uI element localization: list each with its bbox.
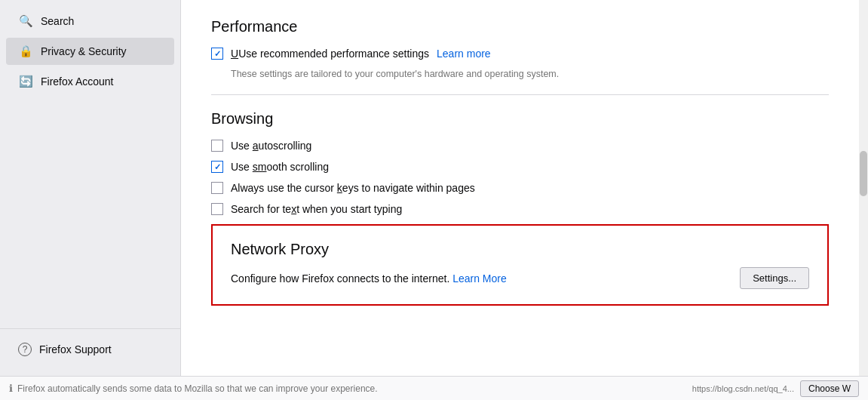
main-container: 🔍 Search 🔒 Privacy & Security 🔄 Firefox … xyxy=(0,0,868,376)
content-area: Performance UUse recommended performance… xyxy=(181,0,859,376)
search-text-checkbox[interactable] xyxy=(211,203,223,215)
choose-button[interactable]: Choose W xyxy=(800,380,859,397)
sidebar-item-support-label: Firefox Support xyxy=(39,343,112,355)
search-text-row: Search for text when you start typing xyxy=(211,203,829,215)
search-text-label: Search for text when you start typing xyxy=(231,203,402,215)
autoscrolling-row: Use autoscrolling xyxy=(211,140,829,152)
performance-title: Performance xyxy=(211,18,829,35)
lock-icon: 🔒 xyxy=(18,44,33,59)
status-bar-left: ℹ Firefox automatically sends some data … xyxy=(9,383,378,394)
cursor-keys-row: Always use the cursor keys to navigate w… xyxy=(211,182,829,194)
use-recommended-row: UUse recommended performance settings Le… xyxy=(211,48,829,60)
autoscrolling-checkbox[interactable] xyxy=(211,140,223,152)
section-divider-1 xyxy=(211,94,829,95)
help-icon: ? xyxy=(18,343,32,356)
autoscrolling-label: Use autoscrolling xyxy=(231,140,311,152)
sidebar-item-support[interactable]: ? Firefox Support xyxy=(6,337,174,362)
sidebar-item-search[interactable]: 🔍 Search xyxy=(6,8,174,35)
smooth-scrolling-label: Use smooth scrolling xyxy=(231,161,329,173)
url-display: https://blog.csdn.net/qq_4... xyxy=(692,384,794,393)
sidebar-item-firefox-account[interactable]: 🔄 Firefox Account xyxy=(6,68,174,95)
network-proxy-learn-more-link[interactable]: Learn More xyxy=(452,272,507,285)
sync-icon: 🔄 xyxy=(18,74,33,89)
sidebar-bottom: ? Firefox Support xyxy=(0,328,180,370)
sidebar-item-privacy-label: Privacy & Security xyxy=(41,45,127,57)
sidebar-item-search-label: Search xyxy=(41,15,74,27)
cursor-keys-label: Always use the cursor keys to navigate w… xyxy=(231,182,475,194)
network-proxy-title: Network Proxy xyxy=(231,241,809,258)
use-recommended-label: UUse recommended performance settings xyxy=(231,48,429,60)
network-proxy-content: Configure how Firefox connects to the in… xyxy=(231,267,809,289)
scrollbar-thumb[interactable] xyxy=(860,151,867,196)
use-recommended-checkbox[interactable] xyxy=(211,48,223,60)
smooth-scrolling-checkbox[interactable] xyxy=(211,161,223,173)
performance-learn-more-link[interactable]: Learn more xyxy=(437,48,491,60)
status-bar-right: https://blog.csdn.net/qq_4... Choose W xyxy=(692,380,859,397)
network-proxy-settings-button[interactable]: Settings... xyxy=(740,267,809,289)
sidebar-spacer xyxy=(0,97,180,328)
status-bar: ℹ Firefox automatically sends some data … xyxy=(0,376,868,400)
scrollbar-track[interactable] xyxy=(859,0,868,376)
network-proxy-section: Network Proxy Configure how Firefox conn… xyxy=(211,224,829,306)
browsing-title: Browsing xyxy=(211,110,829,128)
performance-description: These settings are tailored to your comp… xyxy=(231,69,829,79)
status-message: Firefox automatically sends some data to… xyxy=(17,383,378,394)
network-proxy-description: Configure how Firefox connects to the in… xyxy=(231,272,507,285)
sidebar-item-account-label: Firefox Account xyxy=(41,75,114,88)
sidebar: 🔍 Search 🔒 Privacy & Security 🔄 Firefox … xyxy=(0,0,181,376)
smooth-scrolling-row: Use smooth scrolling xyxy=(211,161,829,173)
cursor-keys-checkbox[interactable] xyxy=(211,182,223,194)
sidebar-item-privacy-security[interactable]: 🔒 Privacy & Security xyxy=(6,38,174,65)
info-icon: ℹ xyxy=(9,383,13,394)
search-icon: 🔍 xyxy=(18,14,33,29)
